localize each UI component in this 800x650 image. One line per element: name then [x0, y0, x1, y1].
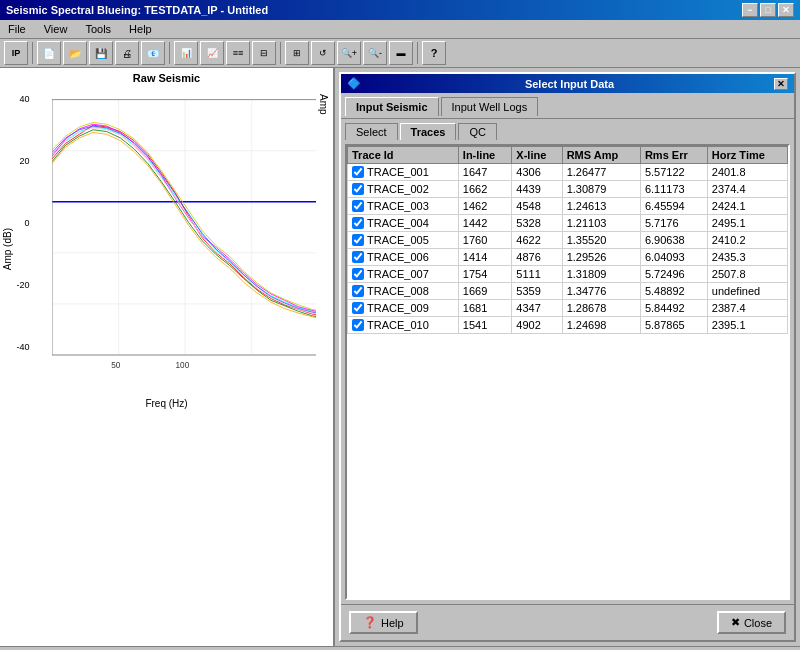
y-tick-n40: -40 [17, 342, 30, 352]
toolbar-chart1[interactable]: 📊 [174, 41, 198, 65]
close-window-button[interactable]: ✕ [778, 3, 794, 17]
toolbar-print[interactable]: 🖨 [115, 41, 139, 65]
maximize-button[interactable]: □ [760, 3, 776, 17]
inline-cell-8: 1681 [458, 300, 511, 317]
help-button-label: Help [381, 617, 404, 629]
horz-time-cell-7: undefined [707, 283, 787, 300]
xline-cell-5: 4876 [512, 249, 562, 266]
trace-checkbox-0[interactable] [352, 166, 364, 178]
toolbar-save[interactable]: 💾 [89, 41, 113, 65]
trace-checkbox-7[interactable] [352, 285, 364, 297]
horz-time-cell-2: 2424.1 [707, 198, 787, 215]
tab-input-well-logs[interactable]: Input Well Logs [441, 97, 539, 116]
toolbar-help[interactable]: ? [422, 41, 446, 65]
toolbar-chart2[interactable]: 📈 [200, 41, 224, 65]
trace-id-cell-6: TRACE_007 [348, 266, 459, 283]
sub-tab-qc[interactable]: QC [458, 123, 497, 140]
toolbar-minus[interactable]: ⊟ [252, 41, 276, 65]
horz-time-cell-8: 2387.4 [707, 300, 787, 317]
trace-id-value-8: TRACE_009 [367, 302, 429, 314]
close-icon: ✖ [731, 616, 740, 629]
trace-id-cell-2: TRACE_003 [348, 198, 459, 215]
trace-id-cell-9: TRACE_010 [348, 317, 459, 334]
y-tick-40: 40 [20, 94, 30, 104]
rms-err-cell-7: 5.48892 [640, 283, 707, 300]
table-row: TRACE_009 1681 4347 1.28678 5.84492 2387… [348, 300, 788, 317]
trace-id-value-3: TRACE_004 [367, 217, 429, 229]
toolbar-separator-1 [32, 42, 33, 64]
window-title: Seismic Spectral Blueing: TESTDATA_IP - … [6, 4, 268, 16]
toolbar-refresh[interactable]: ↺ [311, 41, 335, 65]
table-row: TRACE_004 1442 5328 1.21103 5.7176 2495.… [348, 215, 788, 232]
sub-tab-traces[interactable]: Traces [400, 123, 457, 140]
table-row: TRACE_003 1462 4548 1.24613 6.45594 2424… [348, 198, 788, 215]
col-xline: X-line [512, 147, 562, 164]
toolbar-grid[interactable]: ⊞ [285, 41, 309, 65]
trace-id-value-5: TRACE_006 [367, 251, 429, 263]
dialog-title-bar: 🔷 Select Input Data ✕ [341, 74, 794, 93]
col-horz-time: Horz Time [707, 147, 787, 164]
inline-cell-1: 1662 [458, 181, 511, 198]
dialog-title-text: Select Input Data [525, 78, 614, 90]
inline-cell-7: 1669 [458, 283, 511, 300]
inline-cell-5: 1414 [458, 249, 511, 266]
xline-cell-1: 4439 [512, 181, 562, 198]
toolbar-separator-3 [280, 42, 281, 64]
trace-checkbox-8[interactable] [352, 302, 364, 314]
trace-checkbox-4[interactable] [352, 234, 364, 246]
close-button[interactable]: ✖ Close [717, 611, 786, 634]
toolbar: IP 📄 📂 💾 🖨 📧 📊 📈 ≡≡ ⊟ ⊞ ↺ 🔍+ 🔍- ▬ ? [0, 39, 800, 68]
trace-checkbox-1[interactable] [352, 183, 364, 195]
inline-cell-9: 1541 [458, 317, 511, 334]
left-panel: Raw Seismic 40 20 0 -20 -40 [0, 68, 335, 646]
table-row: TRACE_008 1669 5359 1.34776 5.48892 unde… [348, 283, 788, 300]
trace-id-value-4: TRACE_005 [367, 234, 429, 246]
table-row: TRACE_007 1754 5111 1.31809 5.72496 2507… [348, 266, 788, 283]
trace-checkbox-6[interactable] [352, 268, 364, 280]
toolbar-zoom-in[interactable]: 🔍+ [337, 41, 361, 65]
trace-checkbox-5[interactable] [352, 251, 364, 263]
toolbar-separator-4 [417, 42, 418, 64]
toolbar-zoom-out[interactable]: 🔍- [363, 41, 387, 65]
tab-input-seismic[interactable]: Input Seismic [345, 97, 439, 116]
sub-tab-select[interactable]: Select [345, 123, 398, 140]
toolbar-button-1[interactable]: IP [4, 41, 28, 65]
menu-tools[interactable]: Tools [81, 22, 115, 36]
y-label-right: Amp [318, 94, 329, 115]
menu-view[interactable]: View [40, 22, 72, 36]
select-input-dialog: 🔷 Select Input Data ✕ Input Seismic Inpu… [339, 72, 796, 642]
seismic-plot: 50 100 [52, 86, 316, 396]
trace-id-cell-1: TRACE_002 [348, 181, 459, 198]
trace-id-value-6: TRACE_007 [367, 268, 429, 280]
title-bar-buttons: − □ ✕ [742, 3, 794, 17]
rms-amp-cell-5: 1.29526 [562, 249, 640, 266]
table-row: TRACE_002 1662 4439 1.30879 6.11173 2374… [348, 181, 788, 198]
trace-id-cell-5: TRACE_006 [348, 249, 459, 266]
horz-time-cell-9: 2395.1 [707, 317, 787, 334]
table-row: TRACE_005 1760 4622 1.35520 6.90638 2410… [348, 232, 788, 249]
menu-file[interactable]: File [4, 22, 30, 36]
inline-cell-0: 1647 [458, 164, 511, 181]
minimize-button[interactable]: − [742, 3, 758, 17]
toolbar-new[interactable]: 📄 [37, 41, 61, 65]
toolbar-rect[interactable]: ▬ [389, 41, 413, 65]
menu-bar: File View Tools Help [0, 20, 800, 39]
menu-help[interactable]: Help [125, 22, 156, 36]
rms-amp-cell-2: 1.24613 [562, 198, 640, 215]
trace-checkbox-3[interactable] [352, 217, 364, 229]
trace-checkbox-2[interactable] [352, 200, 364, 212]
trace-id-value-7: TRACE_008 [367, 285, 429, 297]
dialog-close-icon-button[interactable]: ✕ [774, 78, 788, 90]
right-panel: 🔷 Select Input Data ✕ Input Seismic Inpu… [335, 68, 800, 646]
inline-cell-2: 1462 [458, 198, 511, 215]
trace-checkbox-9[interactable] [352, 319, 364, 331]
sub-tabs: Select Traces QC [341, 118, 794, 140]
toolbar-separator-2 [169, 42, 170, 64]
toolbar-open[interactable]: 📂 [63, 41, 87, 65]
toolbar-list[interactable]: ≡≡ [226, 41, 250, 65]
toolbar-export[interactable]: 📧 [141, 41, 165, 65]
rms-err-cell-3: 5.7176 [640, 215, 707, 232]
xline-cell-9: 4902 [512, 317, 562, 334]
help-button[interactable]: ❓ Help [349, 611, 418, 634]
horz-time-cell-4: 2410.2 [707, 232, 787, 249]
